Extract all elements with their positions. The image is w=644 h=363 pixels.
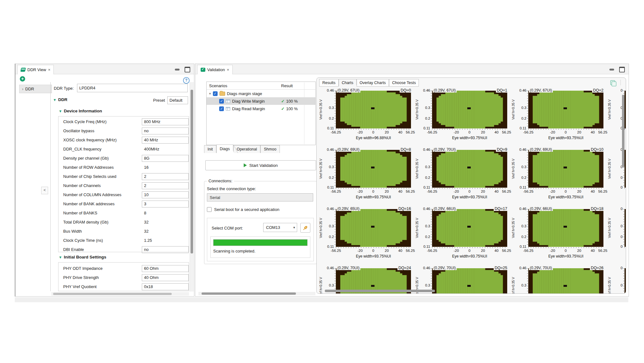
- ddr-horizontal-scrollbar[interactable]: [51, 292, 189, 296]
- minimize-icon[interactable]: [175, 69, 180, 71]
- connect-button[interactable]: [300, 223, 310, 233]
- check-icon: ✓: [281, 99, 285, 104]
- y-axis-ticks: [431, 91, 432, 128]
- field-input[interactable]: 10: [142, 191, 189, 198]
- scenario-checkbox[interactable]: ✓: [219, 106, 224, 111]
- y-tick: 0.3: [419, 283, 430, 287]
- chevron-down-icon[interactable]: ▾: [59, 255, 61, 259]
- secure-boot-checkbox[interactable]: [207, 207, 212, 212]
- start-validation-button[interactable]: Start Validation: [205, 160, 316, 170]
- eye-diagram-plot[interactable]: [336, 209, 411, 247]
- scenario-root-row[interactable]: ▾✓Diags margin stage: [207, 90, 315, 97]
- chevron-down-icon[interactable]: ▾: [209, 92, 211, 96]
- x-tick: 56.25: [502, 249, 511, 252]
- eye-diagram-plot[interactable]: [528, 91, 603, 128]
- tab-choose-tests[interactable]: Choose Tests: [389, 79, 419, 87]
- y-axis-ticks: [335, 209, 336, 247]
- field-label: DDR_CLK frequency: [63, 147, 142, 151]
- tab-ddr-view[interactable]: DDR View ×: [17, 65, 54, 74]
- field-input[interactable]: 2: [142, 173, 189, 180]
- scenario-row[interactable]: ✓Diag Write Margin✓100 %: [207, 97, 315, 105]
- field-input[interactable]: 2: [142, 182, 189, 189]
- tab-validation[interactable]: Validation ×: [197, 65, 233, 74]
- eye-diagram-plot[interactable]: [528, 209, 603, 247]
- minimize-icon[interactable]: [609, 69, 614, 71]
- scenario-checkbox[interactable]: ✓: [213, 91, 218, 96]
- com-port-label: Select COM port:: [212, 226, 243, 230]
- eye-diagram-plot[interactable]: [336, 91, 411, 128]
- eye-diagram-plot[interactable]: [432, 150, 507, 188]
- y-tick: 0.2: [323, 176, 334, 179]
- collapse-left-button[interactable]: <: [41, 187, 48, 194]
- field-input[interactable]: 60 Ohm: [142, 265, 189, 272]
- field-input[interactable]: 800 MHz: [142, 118, 189, 125]
- field-input[interactable]: 8G: [142, 155, 189, 162]
- validation-horizontal-scrollbar[interactable]: [198, 292, 315, 295]
- form-row: Total DRAM density (Gb)32: [58, 218, 189, 227]
- y-tick: 0: [611, 165, 623, 169]
- col-scenarios[interactable]: Scenarios: [207, 83, 227, 88]
- scenario-row[interactable]: ✓Diag Read Margin✓100 %: [207, 105, 315, 112]
- eye-diagram-plot[interactable]: [432, 209, 507, 247]
- eye-diagram-plot[interactable]: [528, 150, 603, 188]
- field-label: Number of COLUMN Addresses: [63, 192, 142, 197]
- x-tick: -56.25: [331, 130, 341, 134]
- field-input[interactable]: no: [142, 246, 189, 253]
- connection-type-dropdown[interactable]: Serial: [207, 193, 313, 201]
- chevron-right-icon: ›: [22, 87, 23, 91]
- maximize-icon[interactable]: [619, 67, 625, 72]
- maximize-icon[interactable]: [185, 67, 190, 72]
- form-row: DDR_CLK frequency400MHz: [58, 145, 189, 154]
- field-label: Clock Cycle Time (ns): [63, 238, 142, 243]
- y-tick: 0.46: [515, 88, 526, 92]
- close-icon[interactable]: ×: [48, 67, 51, 72]
- tab-diags[interactable]: Diags: [216, 145, 233, 153]
- y-tick: 0: [611, 266, 623, 270]
- eye-diagram-plot[interactable]: [432, 91, 507, 128]
- field-input[interactable]: 40 MHz: [142, 137, 189, 144]
- field-input[interactable]: 40 Ohm: [142, 274, 189, 281]
- close-icon[interactable]: ×: [227, 67, 229, 72]
- help-icon[interactable]: ?: [183, 77, 190, 84]
- collapse-left-icon: <: [43, 188, 46, 192]
- field-value: 1.25: [142, 238, 152, 243]
- charts-horizontal-scrollbar[interactable]: [320, 289, 619, 292]
- x-tick: 56.25: [502, 190, 511, 193]
- tab-shmoo[interactable]: Shmoo: [260, 145, 280, 153]
- y-tick: 0.3: [515, 165, 526, 169]
- preset-dropdown[interactable]: Default: [167, 96, 188, 104]
- add-config-button[interactable]: +: [20, 76, 25, 82]
- tab-charts[interactable]: Charts: [339, 79, 357, 86]
- tab-init[interactable]: Init: [204, 145, 216, 153]
- field-label: Total DRAM density (Gb): [63, 220, 142, 224]
- ddr-type-input[interactable]: LPDDR4: [77, 84, 188, 92]
- validation-icon: [201, 68, 205, 72]
- x-tick: 40: [495, 249, 499, 252]
- tab-results[interactable]: Results: [319, 79, 339, 87]
- y-tick: 0.11: [515, 185, 526, 189]
- copy-charts-icon[interactable]: [610, 80, 615, 85]
- col-result[interactable]: Result: [281, 83, 293, 88]
- ddr-view-icon: [20, 68, 26, 72]
- com-port-dropdown[interactable]: COM13 ▼: [263, 223, 297, 232]
- eye-diagram-plot[interactable]: [336, 150, 411, 188]
- chevron-down-icon[interactable]: ▾: [59, 109, 61, 113]
- dq-label: DQ=9: [496, 147, 508, 152]
- ddr-vertical-scrollbar[interactable]: [190, 82, 194, 292]
- x-tick: -20: [550, 249, 555, 252]
- sidebar-item-ddr[interactable]: › DDR: [19, 85, 52, 93]
- field-input[interactable]: no: [142, 128, 189, 134]
- field-input[interactable]: 0x18: [142, 283, 189, 290]
- eye-center-annotation: (0.29V, 66UI): [529, 207, 553, 211]
- y-tick: 0.2: [419, 176, 430, 179]
- y-axis-label: Vref h=0.35 V: [608, 91, 612, 128]
- chevron-down-icon[interactable]: ▾: [54, 98, 56, 102]
- charts-vertical-scrollbar[interactable]: [622, 87, 625, 288]
- field-input[interactable]: 3: [142, 201, 189, 207]
- tab-overlay-charts[interactable]: Overlay Charts: [357, 79, 389, 87]
- validation-tab-title: Validation: [207, 67, 225, 72]
- y-tick: 0: [611, 176, 623, 179]
- y-tick: 0.11: [515, 245, 526, 248]
- form-row: Bus Width32: [58, 227, 189, 236]
- scenario-checkbox[interactable]: ✓: [219, 99, 224, 104]
